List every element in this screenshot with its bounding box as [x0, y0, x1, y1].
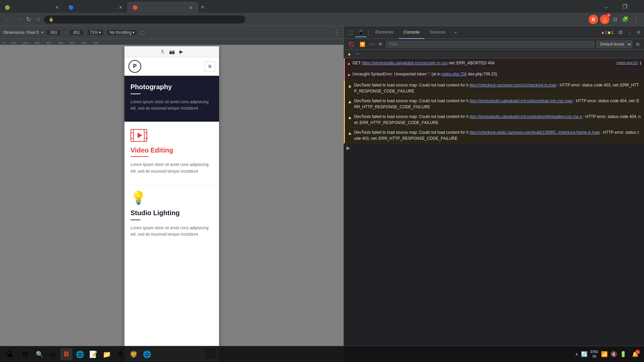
error-1-file[interactable]: index.php:22 [616, 60, 638, 66]
language-indicator[interactable]: ENGIN [590, 350, 598, 358]
wifi-icon[interactable]: 📶 [601, 351, 608, 357]
maximize-button[interactable]: ❐ [619, 2, 631, 11]
error-1-link[interactable]: https://photostudio.satyakabir.in/css/cu… [362, 61, 447, 65]
warning-3-content: DevTools failed to load source map: Coul… [354, 114, 641, 126]
filter-input[interactable] [386, 41, 594, 48]
zoom-selector[interactable]: 71% ▾ [87, 29, 104, 36]
console-warning-3: ▲ DevTools failed to load source map: Co… [344, 112, 644, 128]
warning-4-icon: ▲ [347, 130, 352, 137]
extensions-icon[interactable]: 🧩 [621, 15, 630, 24]
speaker-icon[interactable]: 🔇 [610, 351, 617, 357]
toolbar-right: B △1 ⊟ 🧩 ⋮ [589, 14, 641, 24]
instagram-icon: 📷 [169, 49, 175, 54]
warning-1-link[interactable]: ttps://checkout.razorpay.com/v1/checkout… [470, 83, 556, 87]
task-view-button[interactable]: 🗂 [47, 348, 59, 360]
inspect-element-icon[interactable]: ⬚ [346, 28, 355, 37]
viewport-content: 𝕏 📷 ▶ P ≡ [0, 45, 343, 362]
issues-badge[interactable] [356, 54, 360, 54]
warning-4-link[interactable]: ttps://checkout-static.razorpay.com/buil… [470, 130, 600, 135]
lock-icon: 🔒 [49, 17, 54, 22]
refresh-button[interactable]: ↻ [25, 14, 33, 24]
address-input-field[interactable]: 🔒 [44, 15, 245, 23]
tab-user-products[interactable]: 🔵 ✕ [64, 2, 127, 13]
photo-hub-tab-icon: 🔴 [132, 5, 138, 10]
eye-icon[interactable]: 👁 [377, 41, 384, 48]
tabs-dropdown-icon[interactable]: ⌄ [603, 2, 610, 11]
weather-widget[interactable]: 🌤 [3, 350, 17, 359]
battery-icon[interactable]: 🔋 [620, 351, 627, 357]
devtools-tab-sources[interactable]: Sources [425, 26, 450, 39]
sync-icon[interactable]: 🔄 [581, 351, 588, 357]
notification-icon[interactable]: 🔔1 [632, 351, 639, 357]
console-warning-4: ▲ DevTools failed to load source map: Co… [344, 128, 644, 143]
tray-arrow[interactable]: ∧ [575, 352, 578, 357]
height-input[interactable] [69, 29, 84, 36]
tab-photo-hub[interactable]: 🔴 ✕ [127, 2, 198, 13]
console-filter-icon[interactable]: 🔽 [358, 41, 367, 48]
dimensions-label: Dimensions: Pixel 5 [3, 30, 39, 35]
taskbar-search[interactable]: 🔍 [34, 348, 46, 360]
devtools-settings-icon[interactable]: ⚙ [617, 28, 624, 37]
expand-arrow-icon: ▶ [346, 145, 350, 150]
throttle-selector[interactable]: No throttling ▾ [107, 29, 138, 36]
warnings-count: 1 [611, 30, 613, 35]
taskbar-app-terminal[interactable]: 🖥 [114, 348, 126, 360]
taskbar-app-edge[interactable]: 🌐 [74, 348, 86, 360]
tab-whatsapp-close[interactable]: ✕ [55, 5, 59, 10]
studio-lighting-text: Lorem ipsum dolor sit amet cons adipisic… [130, 225, 213, 238]
ruler-bar: 0 100 200 300 400 500 600 700 800 [0, 39, 343, 45]
issues-badge-wrapper[interactable]: ● 2 ■ 1 [599, 29, 615, 36]
photography-text: Lorem ipsum dolor sit amet cons adipisic… [130, 99, 213, 112]
tab-whatsapp[interactable]: 🟢 ✕ [0, 2, 64, 13]
forward-button[interactable]: → [14, 14, 23, 24]
brave-rewards-icon[interactable]: △1 [600, 15, 609, 24]
info-icon[interactable]: ℹ [640, 60, 641, 67]
bookmark-button[interactable]: ☆ [35, 15, 42, 24]
studio-lighting-title: Studio Lighting [130, 209, 213, 217]
task-view-icon: 🗂 [50, 351, 56, 358]
edit-conditions-icon[interactable]: ◌ [140, 29, 145, 36]
default-levels-dropdown[interactable]: Default levels [596, 41, 632, 48]
console-expand-row[interactable]: ▶ [344, 143, 644, 152]
video-editing-divider [130, 156, 149, 157]
taskbar-app-notepad[interactable]: 📝 [87, 348, 99, 360]
more-options-icon[interactable]: ⋮ [632, 14, 641, 24]
devtools-tab-elements[interactable]: Elements [371, 26, 398, 39]
device-mode-icon[interactable]: 📱 [356, 27, 366, 37]
back-button[interactable]: ← [3, 14, 12, 24]
new-tab-button[interactable]: + [198, 2, 207, 12]
devtools-close-icon[interactable]: ✕ [635, 28, 642, 37]
whatsapp-icon: 🟢 [5, 5, 10, 10]
taskbar-app-explorer[interactable]: 📁 [101, 348, 113, 360]
viewport-toolbar: Dimensions: Pixel 5 ▾ × 71% ▾ No throttl… [0, 26, 343, 39]
warning-4-text: DevTools failed to load source map: Coul… [354, 130, 469, 135]
close-button[interactable] [632, 5, 639, 8]
viewport-more-icon[interactable]: ⋮ [334, 29, 340, 36]
taskbar-app-brave[interactable]: B [60, 348, 72, 360]
dropdown-icon[interactable]: ▾ [41, 30, 43, 35]
warning-2-link[interactable]: ttps://photostudio.satyakabir.in/css/boo… [470, 99, 573, 103]
devtools-tab-more[interactable]: » [451, 26, 460, 39]
studio-lighting-section: 💡 Studio Lighting Lorem ipsum dolor sit … [124, 185, 219, 248]
hamburger-menu[interactable]: ≡ [205, 61, 215, 72]
taskbar-app-brave2[interactable]: 🦁 [127, 348, 140, 360]
reader-view-icon[interactable]: ⊟ [611, 15, 619, 24]
error-2-link[interactable]: index.php:736 [442, 72, 467, 76]
start-button[interactable]: ⊞ [19, 348, 32, 361]
clear-console-icon[interactable]: 🚫 [346, 41, 356, 48]
minimize-button[interactable] [611, 5, 618, 8]
devtools-tab-console[interactable]: Console [399, 26, 424, 39]
taskbar-app-chrome[interactable]: 🌐 [141, 348, 153, 360]
play-triangle [138, 133, 142, 138]
console-settings-icon[interactable]: ⚙ [634, 41, 641, 48]
brave-icon[interactable]: B [589, 15, 598, 24]
taskbar: 🌤 ⊞ 🔍 🗂 B 🌐 📝 📁 🖥 🦁 🌐 ∧ 🔄 EN [0, 346, 644, 362]
warning-3-link[interactable]: ttps://photostudio.satyakabir.in/css/plu… [470, 114, 582, 119]
logo-letter: P [133, 63, 137, 69]
tab-photo-hub-close[interactable]: ✕ [189, 5, 193, 10]
tab-user-products-close[interactable]: ✕ [119, 5, 123, 10]
width-input[interactable] [46, 29, 61, 36]
viewport-column: Dimensions: Pixel 5 ▾ × 71% ▾ No throttl… [0, 26, 343, 362]
devtools-more-icon[interactable]: ⋮ [626, 28, 634, 37]
warnings-icon: ■ [608, 30, 610, 35]
